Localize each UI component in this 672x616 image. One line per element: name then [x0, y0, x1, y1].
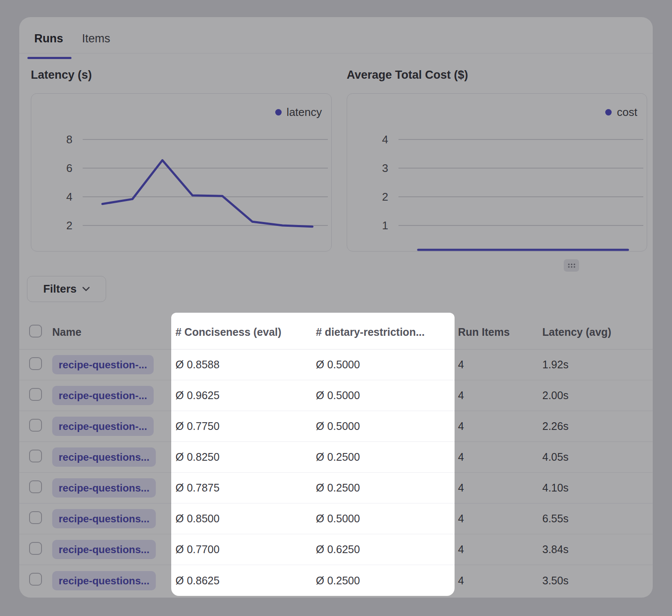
run-items-value: 4: [458, 482, 542, 494]
tab-runs[interactable]: Runs: [34, 31, 63, 53]
latency-avg-value: 4.05s: [542, 451, 653, 463]
svg-text:2: 2: [66, 219, 72, 232]
runs-table: Name # Conciseness (eval) # dietary-rest…: [19, 315, 653, 596]
filters-button-label: Filters: [43, 282, 77, 296]
run-items-value: 4: [458, 543, 542, 556]
dietary-restriction-value: Ø 0.6250: [316, 543, 458, 556]
table-row: recipe-question-... Ø 0.8588 Ø 0.5000 4 …: [19, 349, 653, 380]
run-items-value: 4: [458, 575, 542, 587]
tab-bar: Runs Items: [34, 31, 110, 53]
svg-text:4: 4: [382, 133, 388, 146]
column-header-conciseness: # Conciseness (eval): [175, 326, 316, 338]
latency-legend: latency: [275, 106, 322, 119]
table-row: recipe-question-... Ø 0.9625 Ø 0.5000 4 …: [19, 380, 653, 411]
run-name-badge[interactable]: recipe-question-...: [52, 417, 154, 436]
cost-chart-title: Average Total Cost ($): [347, 68, 468, 82]
table-row: recipe-questions... Ø 0.8500 Ø 0.5000 4 …: [19, 503, 653, 534]
svg-text:2: 2: [382, 190, 388, 203]
conciseness-value: Ø 0.7750: [175, 420, 316, 432]
cost-legend: cost: [605, 106, 637, 119]
latency-avg-value: 2.00s: [542, 389, 653, 402]
tab-items-label: Items: [82, 32, 110, 45]
svg-text:1: 1: [382, 219, 388, 232]
dietary-restriction-value: Ø 0.5000: [316, 420, 458, 432]
run-name-badge[interactable]: recipe-question-...: [52, 386, 154, 405]
active-tab-indicator: [27, 57, 71, 59]
resize-drag-handle[interactable]: [564, 259, 579, 272]
row-checkbox[interactable]: [29, 388, 42, 401]
latency-avg-value: 6.55s: [542, 512, 653, 525]
dietary-restriction-value: Ø 0.2500: [316, 575, 458, 587]
cost-legend-label: cost: [617, 106, 637, 119]
row-checkbox[interactable]: [29, 357, 42, 370]
conciseness-value: Ø 0.8250: [175, 451, 316, 463]
row-checkbox[interactable]: [29, 480, 42, 493]
latency-legend-label: latency: [287, 106, 322, 119]
latency-avg-value: 3.50s: [542, 575, 653, 587]
grip-dots-icon: [568, 263, 576, 268]
conciseness-value: Ø 0.8625: [175, 575, 316, 587]
run-items-value: 4: [458, 512, 542, 525]
run-name-badge[interactable]: recipe-questions...: [52, 571, 156, 590]
tab-runs-label: Runs: [34, 32, 63, 45]
row-checkbox[interactable]: [29, 419, 42, 432]
run-items-value: 4: [458, 451, 542, 463]
latency-avg-value: 3.84s: [542, 543, 653, 556]
conciseness-value: Ø 0.8500: [175, 512, 316, 525]
run-name-badge[interactable]: recipe-questions...: [52, 478, 156, 498]
run-name-badge[interactable]: recipe-questions...: [52, 509, 156, 528]
cost-line-plot: 1234: [347, 94, 647, 251]
svg-text:8: 8: [66, 133, 72, 146]
runs-panel: Runs Items Latency (s) 2468 latency Aver…: [19, 17, 653, 598]
svg-text:3: 3: [382, 162, 388, 175]
conciseness-value: Ø 0.9625: [175, 389, 316, 402]
svg-text:4: 4: [66, 190, 72, 203]
dietary-restriction-value: Ø 0.5000: [316, 389, 458, 402]
row-checkbox[interactable]: [29, 573, 42, 586]
conciseness-value: Ø 0.8588: [175, 358, 316, 371]
filters-button[interactable]: Filters: [27, 276, 106, 302]
run-name-badge[interactable]: recipe-questions...: [52, 540, 156, 559]
column-header-run-items: Run Items: [458, 326, 542, 338]
tab-items[interactable]: Items: [82, 31, 110, 53]
cost-chart: 1234 cost: [347, 93, 647, 252]
column-header-latency-avg: Latency (avg): [542, 326, 653, 338]
dietary-restriction-value: Ø 0.5000: [316, 512, 458, 525]
select-all-checkbox[interactable]: [29, 325, 42, 338]
chevron-down-icon: [82, 287, 90, 291]
run-items-value: 4: [458, 389, 542, 402]
app-background: Runs Items Latency (s) 2468 latency Aver…: [0, 0, 672, 616]
dietary-restriction-value: Ø 0.2500: [316, 451, 458, 463]
table-row: recipe-questions... Ø 0.8625 Ø 0.2500 4 …: [19, 565, 653, 596]
conciseness-value: Ø 0.7875: [175, 482, 316, 494]
table-row: recipe-question-... Ø 0.7750 Ø 0.5000 4 …: [19, 411, 653, 442]
latency-avg-value: 4.10s: [542, 482, 653, 494]
dietary-restriction-value: Ø 0.2500: [316, 482, 458, 494]
column-header-dietary-restriction: # dietary-restriction...: [316, 326, 458, 338]
column-header-name: Name: [52, 326, 175, 338]
latency-legend-dot-icon: [275, 109, 282, 116]
table-row: recipe-questions... Ø 0.8250 Ø 0.2500 4 …: [19, 442, 653, 473]
table-header-row: Name # Conciseness (eval) # dietary-rest…: [19, 315, 653, 349]
run-items-value: 4: [458, 420, 542, 432]
latency-avg-value: 2.26s: [542, 420, 653, 432]
run-name-badge[interactable]: recipe-questions...: [52, 447, 156, 467]
latency-chart: 2468 latency: [31, 93, 332, 252]
tabs-divider: [19, 53, 653, 53]
latency-avg-value: 1.92s: [542, 358, 653, 371]
run-name-badge[interactable]: recipe-question-...: [52, 355, 154, 374]
cost-legend-dot-icon: [605, 109, 612, 116]
dietary-restriction-value: Ø 0.5000: [316, 358, 458, 371]
table-row: recipe-questions... Ø 0.7700 Ø 0.6250 4 …: [19, 534, 653, 565]
row-checkbox[interactable]: [29, 542, 42, 555]
conciseness-value: Ø 0.7700: [175, 543, 316, 556]
row-checkbox[interactable]: [29, 450, 42, 462]
table-row: recipe-questions... Ø 0.7875 Ø 0.2500 4 …: [19, 473, 653, 503]
latency-chart-title: Latency (s): [31, 68, 92, 82]
row-checkbox[interactable]: [29, 511, 42, 524]
svg-text:6: 6: [66, 162, 72, 175]
run-items-value: 4: [458, 358, 542, 371]
